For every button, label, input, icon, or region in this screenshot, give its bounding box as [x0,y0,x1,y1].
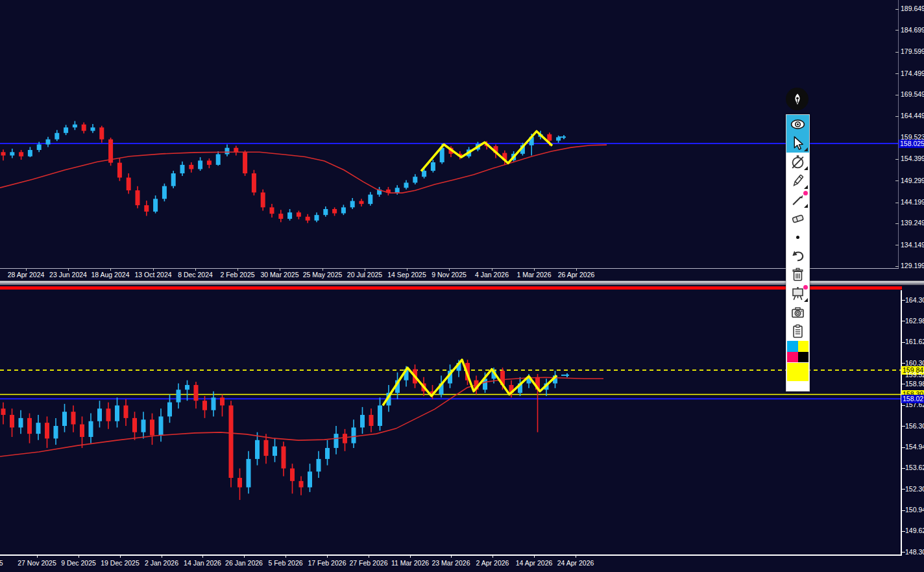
candle-body [273,447,277,456]
price-tick [895,266,899,267]
time-tick-label: 23 Jun 2024 [49,271,87,279]
price-tick [895,116,899,117]
candle-body [45,423,49,438]
candle-body [54,426,58,438]
candle-body [80,425,84,437]
time-tick-label: 18 Aug 2024 [91,271,130,279]
price-line-label-blue: 158.02 [901,395,924,403]
candle-body [352,427,356,443]
candle-body [255,440,260,459]
color-swatch[interactable] [798,341,809,352]
time-tick [492,555,493,558]
candle-body [27,418,32,434]
price-tick-label: 150.94 [905,506,924,514]
color-swatch[interactable] [787,341,798,352]
candle-body [378,405,382,426]
whiteboard-button[interactable] [786,284,809,303]
price-tick-label: 161.62 [905,338,924,346]
time-tick [202,555,203,558]
size-dot-button[interactable] [786,228,809,247]
time-tick-label: 26 Jan 2026 [225,559,263,567]
price-tick-label: 169.549 [901,90,924,99]
bottom-window-top-border [0,286,902,290]
price-tick-label: 179.599 [901,47,924,56]
color-grid[interactable] [787,341,808,362]
active-indicator-dot [803,285,808,290]
candle-body [237,478,242,488]
candle-body [89,421,93,437]
time-tick-label: 17 Feb 2026 [308,559,346,567]
timer-off-button[interactable] [786,153,809,171]
clipboard-icon [790,323,806,340]
price-tick-label: 139.249 [901,219,924,227]
time-tick-label: 20 Jul 2025 [347,271,382,279]
price-tick-label: 158.98 [905,380,924,388]
candle-body [141,419,146,432]
candle-body [308,471,312,487]
eraser-button[interactable] [786,209,809,228]
time-tick-label: 23 Mar 2026 [432,559,470,567]
color-swatch[interactable] [798,352,809,363]
time-tick-label: 27 Nov 2025 [18,559,56,567]
time-tick [576,555,576,558]
candle-body [264,440,269,456]
candle-body [194,385,199,401]
candle-body [150,419,154,435]
candle-body [124,405,128,417]
time-tick-label: 9 Dec 2025 [61,559,96,567]
pencil-button[interactable] [786,171,809,190]
color-swatch[interactable] [787,352,798,363]
trash-button[interactable] [786,266,809,284]
last-price-label: 159.52 [905,371,924,379]
price-tick [895,180,899,181]
price-tick-label: 156.30 [905,422,924,430]
camera-button[interactable] [786,303,809,322]
time-tick-label: 14 Apr 2026 [516,559,553,567]
candle-body [10,415,14,427]
time-tick [120,555,121,558]
price-tick [895,52,899,53]
cursor-button[interactable] [786,134,809,153]
price-tick [895,73,899,74]
price-tick-label: 149.62 [905,527,924,535]
active-indicator-dot [803,191,808,195]
price-tick-label: 129.199 [901,262,924,270]
time-tick-label: 5 Feb 2026 [268,559,302,567]
price-tick-label: 134.149 [901,241,924,249]
candle-body [343,434,347,443]
price-tick [895,95,899,95]
price-tick [895,30,899,31]
candle-body [106,408,111,421]
time-tick [369,555,369,558]
candle-body [1,408,6,415]
price-tick-label: 174.499 [901,69,924,78]
price-tick-label: 154.94 [905,443,924,451]
candle-body [185,385,189,390]
price-tick-label: 148.30 [905,548,924,556]
price-tick-label: 189.649 [901,5,924,13]
clipboard-button[interactable] [786,322,809,341]
price-line-label-blue: 158.025 [899,140,924,148]
price-tick [895,223,899,224]
candle-body [132,418,137,432]
pen-tool-button[interactable] [786,88,808,110]
time-tick-label: 28 Apr 2024 [8,271,45,279]
annotation-toolbar [786,114,810,392]
eye-button[interactable] [786,115,809,134]
time-tick-label: 11 Mar 2026 [391,559,429,567]
active-color-swatch[interactable] [787,363,808,381]
time-tick [162,555,162,558]
candle-body [334,434,339,448]
trash-icon [790,267,806,283]
candle-body [220,397,225,405]
price-tick-label: 153.62 [905,464,924,472]
price-tick [895,203,899,203]
undo-button[interactable] [786,247,809,266]
candle-body [290,468,295,480]
line-pen-button[interactable] [786,190,809,209]
submenu-corner-icon [804,185,808,189]
price-tick [895,9,899,10]
submenu-corner-icon [804,298,808,302]
candle-body [325,448,330,459]
price-tick-label: 162.98 [905,317,924,325]
